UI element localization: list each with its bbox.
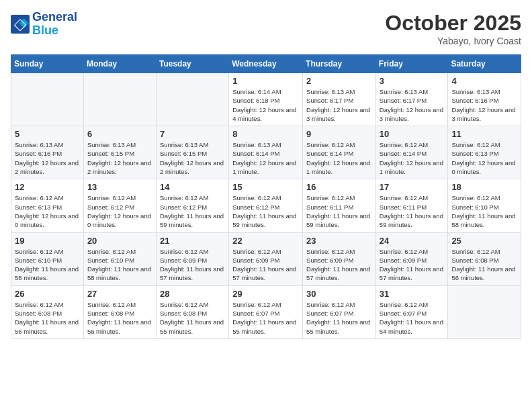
day-number: 25 <box>451 236 517 246</box>
day-info: Sunrise: 6:12 AM Sunset: 6:10 PM Dayligh… <box>451 193 517 229</box>
day-number: 21 <box>160 236 225 246</box>
day-cell-13: 13Sunrise: 6:12 AM Sunset: 6:12 PM Dayli… <box>83 179 156 232</box>
day-info: Sunrise: 6:13 AM Sunset: 6:14 PM Dayligh… <box>232 140 299 176</box>
day-cell-21: 21Sunrise: 6:12 AM Sunset: 6:09 PM Dayli… <box>156 232 228 285</box>
weekday-header-wednesday: Wednesday <box>229 55 303 73</box>
day-number: 9 <box>306 129 372 139</box>
weekday-header-tuesday: Tuesday <box>156 55 228 73</box>
day-number: 7 <box>160 129 225 139</box>
day-info: Sunrise: 6:14 AM Sunset: 6:18 PM Dayligh… <box>232 87 299 123</box>
header: General Blue October 2025 Yabayo, Ivory … <box>11 11 521 46</box>
day-number: 26 <box>15 289 80 299</box>
weekday-header-thursday: Thursday <box>303 55 376 73</box>
day-cell-17: 17Sunrise: 6:12 AM Sunset: 6:11 PM Dayli… <box>375 179 448 232</box>
day-info: Sunrise: 6:12 AM Sunset: 6:09 PM Dayligh… <box>380 247 445 283</box>
empty-cell <box>156 73 228 126</box>
day-info: Sunrise: 6:12 AM Sunset: 6:12 PM Dayligh… <box>232 193 299 229</box>
day-number: 18 <box>451 182 517 192</box>
logo-text: General Blue <box>32 11 77 38</box>
day-cell-14: 14Sunrise: 6:12 AM Sunset: 6:12 PM Dayli… <box>156 179 228 232</box>
day-cell-18: 18Sunrise: 6:12 AM Sunset: 6:10 PM Dayli… <box>448 179 521 232</box>
week-row-1: 1Sunrise: 6:14 AM Sunset: 6:18 PM Daylig… <box>11 73 521 126</box>
day-info: Sunrise: 6:12 AM Sunset: 6:13 PM Dayligh… <box>15 193 80 229</box>
day-number: 17 <box>380 182 445 192</box>
day-number: 22 <box>232 236 299 246</box>
weekday-header-sunday: Sunday <box>11 55 84 73</box>
day-info: Sunrise: 6:12 AM Sunset: 6:08 PM Dayligh… <box>451 247 517 283</box>
day-cell-20: 20Sunrise: 6:12 AM Sunset: 6:10 PM Dayli… <box>83 232 156 285</box>
day-cell-10: 10Sunrise: 6:12 AM Sunset: 6:14 PM Dayli… <box>375 126 448 179</box>
day-number: 2 <box>306 76 372 86</box>
day-info: Sunrise: 6:13 AM Sunset: 6:15 PM Dayligh… <box>160 140 225 176</box>
day-number: 12 <box>15 182 80 192</box>
weekday-header-saturday: Saturday <box>448 55 521 73</box>
empty-cell <box>83 73 156 126</box>
day-info: Sunrise: 6:12 AM Sunset: 6:07 PM Dayligh… <box>232 300 299 336</box>
day-number: 13 <box>87 182 152 192</box>
day-cell-19: 19Sunrise: 6:12 AM Sunset: 6:10 PM Dayli… <box>11 232 84 285</box>
location: Yabayo, Ivory Coast <box>385 36 521 46</box>
day-number: 4 <box>451 76 517 86</box>
day-info: Sunrise: 6:12 AM Sunset: 6:07 PM Dayligh… <box>306 300 372 336</box>
week-row-4: 19Sunrise: 6:12 AM Sunset: 6:10 PM Dayli… <box>11 232 521 285</box>
day-info: Sunrise: 6:12 AM Sunset: 6:07 PM Dayligh… <box>380 300 445 336</box>
week-row-2: 5Sunrise: 6:13 AM Sunset: 6:16 PM Daylig… <box>11 126 521 179</box>
day-number: 16 <box>306 182 372 192</box>
day-info: Sunrise: 6:13 AM Sunset: 6:16 PM Dayligh… <box>15 140 80 176</box>
weekday-header-row: SundayMondayTuesdayWednesdayThursdayFrid… <box>11 55 521 73</box>
day-cell-1: 1Sunrise: 6:14 AM Sunset: 6:18 PM Daylig… <box>229 73 303 126</box>
day-number: 15 <box>232 182 299 192</box>
day-cell-24: 24Sunrise: 6:12 AM Sunset: 6:09 PM Dayli… <box>375 232 448 285</box>
day-number: 23 <box>306 236 372 246</box>
day-info: Sunrise: 6:13 AM Sunset: 6:17 PM Dayligh… <box>380 87 445 123</box>
day-cell-23: 23Sunrise: 6:12 AM Sunset: 6:09 PM Dayli… <box>303 232 376 285</box>
day-cell-15: 15Sunrise: 6:12 AM Sunset: 6:12 PM Dayli… <box>229 179 303 232</box>
day-cell-2: 2Sunrise: 6:13 AM Sunset: 6:17 PM Daylig… <box>303 73 376 126</box>
day-info: Sunrise: 6:12 AM Sunset: 6:10 PM Dayligh… <box>87 247 152 283</box>
day-cell-4: 4Sunrise: 6:13 AM Sunset: 6:16 PM Daylig… <box>448 73 521 126</box>
day-info: Sunrise: 6:12 AM Sunset: 6:14 PM Dayligh… <box>306 140 372 176</box>
day-cell-30: 30Sunrise: 6:12 AM Sunset: 6:07 PM Dayli… <box>303 285 376 338</box>
title-block: October 2025 Yabayo, Ivory Coast <box>385 11 521 46</box>
logo-icon <box>11 15 30 34</box>
day-cell-12: 12Sunrise: 6:12 AM Sunset: 6:13 PM Dayli… <box>11 179 84 232</box>
day-cell-7: 7Sunrise: 6:13 AM Sunset: 6:15 PM Daylig… <box>156 126 228 179</box>
day-info: Sunrise: 6:12 AM Sunset: 6:08 PM Dayligh… <box>160 300 225 336</box>
day-cell-9: 9Sunrise: 6:12 AM Sunset: 6:14 PM Daylig… <box>303 126 376 179</box>
day-number: 11 <box>451 129 517 139</box>
day-info: Sunrise: 6:12 AM Sunset: 6:08 PM Dayligh… <box>15 300 80 336</box>
day-number: 3 <box>380 76 445 86</box>
weekday-header-monday: Monday <box>83 55 156 73</box>
day-cell-29: 29Sunrise: 6:12 AM Sunset: 6:07 PM Dayli… <box>229 285 303 338</box>
logo: General Blue <box>11 11 77 38</box>
weekday-header-friday: Friday <box>375 55 448 73</box>
empty-cell <box>448 285 521 338</box>
day-info: Sunrise: 6:12 AM Sunset: 6:11 PM Dayligh… <box>306 193 372 229</box>
day-info: Sunrise: 6:12 AM Sunset: 6:11 PM Dayligh… <box>380 193 445 229</box>
day-number: 19 <box>15 236 80 246</box>
day-cell-28: 28Sunrise: 6:12 AM Sunset: 6:08 PM Dayli… <box>156 285 228 338</box>
day-number: 6 <box>87 129 152 139</box>
day-number: 24 <box>380 236 445 246</box>
day-info: Sunrise: 6:13 AM Sunset: 6:17 PM Dayligh… <box>306 87 372 123</box>
day-number: 27 <box>87 289 152 299</box>
day-info: Sunrise: 6:12 AM Sunset: 6:09 PM Dayligh… <box>232 247 299 283</box>
logo-line2: Blue <box>32 24 77 38</box>
day-number: 20 <box>87 236 152 246</box>
day-info: Sunrise: 6:13 AM Sunset: 6:15 PM Dayligh… <box>87 140 152 176</box>
day-info: Sunrise: 6:12 AM Sunset: 6:14 PM Dayligh… <box>380 140 445 176</box>
day-number: 28 <box>160 289 225 299</box>
day-info: Sunrise: 6:13 AM Sunset: 6:16 PM Dayligh… <box>451 87 517 123</box>
day-cell-16: 16Sunrise: 6:12 AM Sunset: 6:11 PM Dayli… <box>303 179 376 232</box>
day-info: Sunrise: 6:12 AM Sunset: 6:13 PM Dayligh… <box>451 140 517 176</box>
day-info: Sunrise: 6:12 AM Sunset: 6:09 PM Dayligh… <box>160 247 225 283</box>
day-cell-6: 6Sunrise: 6:13 AM Sunset: 6:15 PM Daylig… <box>83 126 156 179</box>
week-row-3: 12Sunrise: 6:12 AM Sunset: 6:13 PM Dayli… <box>11 179 521 232</box>
month-title: October 2025 <box>385 11 521 36</box>
day-cell-5: 5Sunrise: 6:13 AM Sunset: 6:16 PM Daylig… <box>11 126 84 179</box>
week-row-5: 26Sunrise: 6:12 AM Sunset: 6:08 PM Dayli… <box>11 285 521 338</box>
day-cell-31: 31Sunrise: 6:12 AM Sunset: 6:07 PM Dayli… <box>375 285 448 338</box>
day-info: Sunrise: 6:12 AM Sunset: 6:08 PM Dayligh… <box>87 300 152 336</box>
day-number: 14 <box>160 182 225 192</box>
empty-cell <box>11 73 84 126</box>
